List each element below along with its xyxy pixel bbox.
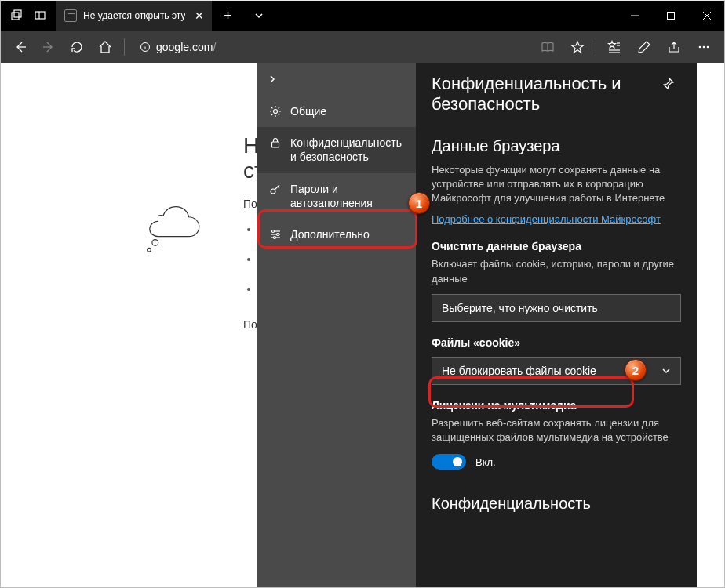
svg-point-30 — [272, 230, 275, 232]
svg-rect-25 — [272, 142, 279, 147]
toggle-track — [432, 454, 466, 470]
thought-cloud-icon — [133, 200, 220, 255]
svg-marker-14 — [609, 42, 616, 48]
media-text: Разрешить веб-сайтам сохранять лицензии … — [432, 416, 681, 445]
svg-point-22 — [152, 240, 158, 246]
url-host: google.com — [156, 41, 213, 53]
toggle-thumb — [453, 457, 462, 466]
settings-nav-label: Общие — [290, 104, 326, 118]
cookies-select-value: Не блокировать файлы cookie — [442, 365, 596, 377]
settings-nav-passwords[interactable]: Пароли и автозаполнения — [257, 173, 416, 219]
page-error-icon — [64, 9, 77, 22]
cookies-heading: Файлы «cookie» — [432, 336, 681, 349]
url-path: / — [213, 41, 216, 53]
lock-icon — [267, 136, 284, 149]
separator — [124, 38, 125, 56]
privacy-info-link[interactable]: Подробнее о конфиденциальности Майкрософ… — [432, 213, 661, 225]
settings-panel-title: Конфиденциальность и безопасность — [432, 74, 656, 115]
svg-point-24 — [274, 110, 278, 114]
window-cascade-icon[interactable] — [28, 4, 52, 27]
settings-nav-privacy[interactable]: Конфиденциальность и безопасность — [257, 127, 416, 172]
settings-nav-general[interactable]: Общие — [257, 96, 416, 127]
clear-data-text: Включает файлы cookie, историю, пароли и… — [432, 257, 681, 285]
address-right — [533, 33, 719, 61]
pin-button[interactable] — [656, 77, 681, 89]
new-tab-button[interactable]: + — [212, 0, 243, 31]
share-icon[interactable] — [659, 33, 689, 61]
window-titlebar: Не удается открыть эту ✕ + — [0, 0, 725, 31]
media-heading: Лицензии на мультимедиа — [432, 399, 681, 412]
svg-point-31 — [277, 233, 279, 235]
settings-main-panel: Конфиденциальность и безопасность Данные… — [416, 63, 697, 588]
svg-point-23 — [148, 248, 151, 252]
clear-data-heading: Очистить данные браузера — [432, 240, 681, 252]
settings-nav-panel: Общие Конфиденциальность и безопасность … — [257, 63, 416, 588]
settings-nav-advanced[interactable]: Дополнительно — [257, 219, 416, 250]
sliders-icon — [267, 228, 284, 241]
address-bar: google.com/ — [0, 31, 725, 63]
key-icon — [267, 183, 284, 195]
svg-rect-2 — [35, 12, 45, 19]
toggle-label: Вкл. — [475, 456, 496, 468]
separator — [596, 38, 596, 56]
svg-point-21 — [707, 46, 709, 49]
window-controls — [617, 0, 725, 31]
gear-icon — [267, 105, 284, 118]
refresh-button[interactable] — [63, 33, 91, 61]
svg-rect-1 — [14, 10, 21, 17]
svg-point-20 — [703, 46, 705, 49]
svg-rect-5 — [668, 13, 675, 20]
notes-icon[interactable] — [629, 33, 659, 61]
settings-nav-label: Конфиденциальность и безопасность — [290, 136, 406, 164]
svg-point-32 — [274, 236, 276, 238]
site-info-icon[interactable] — [134, 42, 156, 53]
back-button[interactable] — [6, 33, 35, 61]
browser-data-heading: Данные браузера — [432, 137, 681, 155]
browser-data-text: Некоторые функции могут сохранять данные… — [432, 163, 681, 206]
minimize-button[interactable] — [617, 0, 653, 31]
annotation-badge: 2 — [625, 359, 647, 381]
content-area: Нестр Попр П В О Подр О Заявл Общие Конф… — [0, 63, 725, 588]
settings-back-button[interactable] — [257, 63, 416, 96]
choose-clear-button[interactable]: Выберите, что нужно очистить — [432, 294, 681, 322]
browser-tab[interactable]: Не удается открыть эту ✕ — [56, 0, 212, 31]
tab-close-button[interactable]: ✕ — [195, 9, 204, 22]
forward-button[interactable] — [35, 33, 63, 61]
reading-view-icon[interactable] — [533, 33, 563, 61]
titlebar-left — [5, 4, 52, 27]
more-button[interactable] — [689, 33, 719, 61]
maximize-button[interactable] — [653, 0, 689, 31]
tab-dropdown-button[interactable] — [243, 0, 275, 31]
favorites-list-icon[interactable] — [599, 33, 629, 61]
media-toggle[interactable]: Вкл. — [432, 454, 681, 470]
chevron-down-icon — [661, 366, 671, 376]
close-window-button[interactable] — [689, 0, 725, 31]
svg-marker-13 — [572, 42, 584, 53]
favorite-button[interactable] — [563, 33, 592, 61]
annotation-badge: 1 — [408, 192, 430, 214]
svg-rect-0 — [12, 13, 19, 20]
privacy-heading: Конфиденциальность — [432, 495, 681, 513]
url-input[interactable]: google.com/ — [134, 36, 528, 58]
settings-nav-label: Дополнительно — [290, 227, 370, 241]
svg-point-19 — [699, 46, 701, 49]
tab-title: Не удается открыть эту — [83, 10, 185, 21]
task-view-icon[interactable] — [5, 4, 28, 27]
settings-nav-label: Пароли и автозаполнения — [290, 182, 406, 210]
home-button[interactable] — [91, 33, 119, 61]
